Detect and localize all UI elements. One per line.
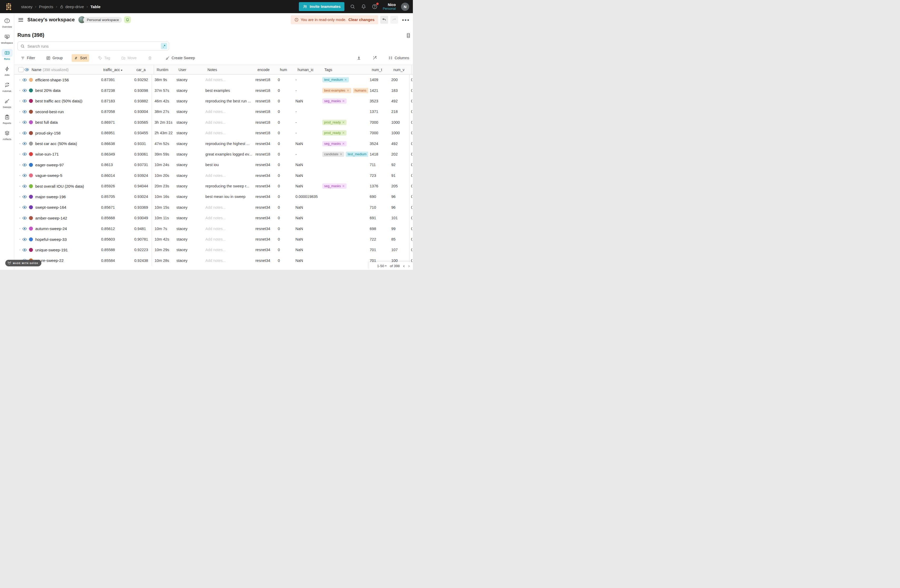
search-runs-input[interactable] — [27, 44, 161, 49]
run-name[interactable]: efficient-shape-156 — [35, 77, 99, 82]
cell-notes[interactable]: great examples logged ev... — [204, 152, 254, 156]
drag-handle[interactable] — [19, 249, 22, 250]
remove-tag-icon[interactable]: ✕ — [347, 89, 349, 92]
column-header-hum[interactable]: hum — [278, 68, 296, 72]
drag-handle[interactable] — [19, 133, 22, 133]
cell-notes[interactable]: Add notes... — [204, 131, 254, 135]
drag-handle[interactable] — [19, 111, 22, 112]
run-name[interactable]: eager-sweep-97 — [35, 162, 99, 167]
visibility-eye-icon[interactable] — [22, 109, 28, 114]
drag-handle[interactable] — [19, 154, 22, 155]
tag-chip[interactable]: humans✕ — [353, 88, 368, 93]
cell-notes[interactable]: Add notes... — [204, 77, 254, 82]
column-header-tags[interactable]: Tags — [323, 68, 370, 72]
cell-notes[interactable]: best examples — [204, 88, 254, 93]
run-name[interactable]: proud-sky-158 — [35, 131, 99, 135]
remove-tag-icon[interactable]: ✕ — [368, 89, 368, 92]
drag-handle[interactable] — [19, 207, 22, 208]
delete-button[interactable] — [146, 54, 154, 62]
sidebar-item-reports[interactable]: Reports — [0, 113, 14, 129]
magic-wand-button[interactable] — [370, 54, 379, 62]
tag-chip[interactable]: prod_ready✕ — [322, 130, 346, 136]
run-name[interactable]: swept-sweep-164 — [35, 205, 99, 209]
select-all-checkbox[interactable] — [19, 67, 23, 72]
sidebar-item-jobs[interactable]: Automat. Jobs — [0, 65, 14, 81]
drag-handle[interactable] — [19, 197, 22, 197]
sidebar-item-workspace[interactable]: Workspace — [0, 33, 14, 49]
cell-notes[interactable]: Add notes... — [204, 205, 254, 209]
tag-button[interactable]: Tag — [96, 54, 112, 62]
tag-chip[interactable]: seg_masks✕ — [322, 141, 346, 146]
remove-tag-icon[interactable]: ✕ — [342, 142, 344, 145]
drag-handle[interactable] — [19, 90, 22, 91]
column-header-num-t[interactable]: num_t — [370, 68, 392, 72]
drag-handle[interactable] — [19, 186, 22, 187]
visibility-eye-icon[interactable] — [22, 173, 28, 178]
visibility-eye-icon[interactable] — [22, 77, 28, 82]
run-name[interactable]: wise-sun-171 — [35, 152, 99, 156]
remove-tag-icon[interactable]: ✕ — [342, 121, 344, 124]
visibility-eye-icon[interactable] — [22, 120, 28, 125]
column-header-name[interactable]: Name(398 visualized) — [31, 68, 102, 72]
search-icon[interactable] — [350, 4, 355, 9]
column-header-num-v[interactable]: num_v — [392, 68, 411, 72]
column-header-runtime[interactable]: Runtim — [154, 65, 177, 74]
cell-notes[interactable]: Add notes... — [204, 258, 254, 263]
workspace-type-pill[interactable]: Personal workspace — [83, 17, 122, 23]
cell-notes[interactable]: best iou — [204, 162, 254, 167]
redo-button[interactable] — [390, 16, 398, 24]
visibility-eye-icon[interactable] — [22, 141, 28, 146]
column-header-car-a[interactable]: car_a — [135, 68, 154, 72]
tag-chip[interactable]: seg_masks✕ — [322, 183, 346, 189]
cell-notes[interactable]: best mean iou in sweep — [204, 195, 254, 199]
overflow-menu-icon[interactable]: ●●● — [402, 18, 410, 22]
tag-chip[interactable]: test_medium✕ — [346, 152, 368, 157]
drag-handle[interactable] — [19, 143, 22, 144]
remove-tag-icon[interactable]: ✕ — [342, 99, 344, 103]
run-name[interactable]: second-best-run — [35, 110, 99, 114]
run-name[interactable]: major-sweep-196 — [35, 195, 99, 199]
breadcrumb-project[interactable]: deep-drive — [60, 5, 84, 9]
tag-chip[interactable]: seg_masks✕ — [322, 98, 346, 104]
drag-handle[interactable] — [19, 218, 22, 218]
workspace-sparkle-icon[interactable] — [124, 16, 131, 23]
cell-notes[interactable]: Add notes... — [204, 248, 254, 252]
visibility-eye-icon[interactable] — [22, 237, 28, 242]
sidebar-item-sweeps[interactable]: Sweeps — [0, 97, 14, 113]
cell-notes[interactable]: Add notes... — [204, 173, 254, 178]
column-header-notes[interactable]: Notes — [206, 68, 256, 72]
run-name[interactable]: hopeful-sweep-33 — [35, 237, 99, 241]
regex-toggle-button[interactable]: .* — [161, 43, 167, 49]
cell-notes[interactable]: Add notes... — [204, 237, 254, 241]
column-header-encoder[interactable]: encode — [256, 68, 278, 72]
sidebar-item-automations[interactable]: Automat. — [0, 81, 14, 97]
drag-handle[interactable] — [19, 79, 22, 80]
cell-notes[interactable]: reproducing the highest ... — [204, 142, 254, 146]
tag-chip[interactable]: candidate✕ — [322, 152, 344, 157]
visibility-eye-icon[interactable] — [22, 226, 28, 231]
run-name[interactable]: best car acc (50% data) — [35, 141, 99, 146]
tag-chip[interactable]: best examples✕ — [322, 88, 351, 93]
visibility-eye-icon[interactable] — [22, 152, 28, 156]
run-name[interactable]: azure-sweep-22 — [35, 258, 99, 263]
drag-handle[interactable] — [19, 101, 22, 101]
sidebar-item-artifacts[interactable]: Artifacts — [0, 129, 14, 145]
drag-handle[interactable] — [19, 122, 22, 123]
run-name[interactable]: best overall IOU (20% data) — [35, 184, 99, 189]
drag-handle[interactable] — [19, 164, 22, 165]
run-name[interactable]: best 20% data — [35, 88, 99, 93]
sidebar-item-overview[interactable]: Overview — [0, 17, 14, 33]
run-name[interactable]: best full data — [35, 120, 99, 124]
visibility-eye-icon[interactable] — [22, 88, 28, 93]
invite-teammates-button[interactable]: Invite teammates — [299, 2, 344, 11]
drag-handle[interactable] — [19, 175, 22, 176]
cell-notes[interactable]: Add notes... — [204, 216, 254, 220]
run-name[interactable]: autumn-sweep-24 — [35, 226, 99, 231]
run-name[interactable]: unique-sweep-191 — [35, 248, 99, 252]
drag-handle[interactable] — [19, 228, 22, 229]
remove-tag-icon[interactable]: ✕ — [342, 131, 344, 135]
tag-chip[interactable]: test_medium✕ — [322, 77, 349, 82]
move-button[interactable]: Move — [119, 54, 138, 62]
export-button[interactable] — [354, 54, 363, 62]
cell-notes[interactable]: Add notes... — [204, 120, 254, 124]
